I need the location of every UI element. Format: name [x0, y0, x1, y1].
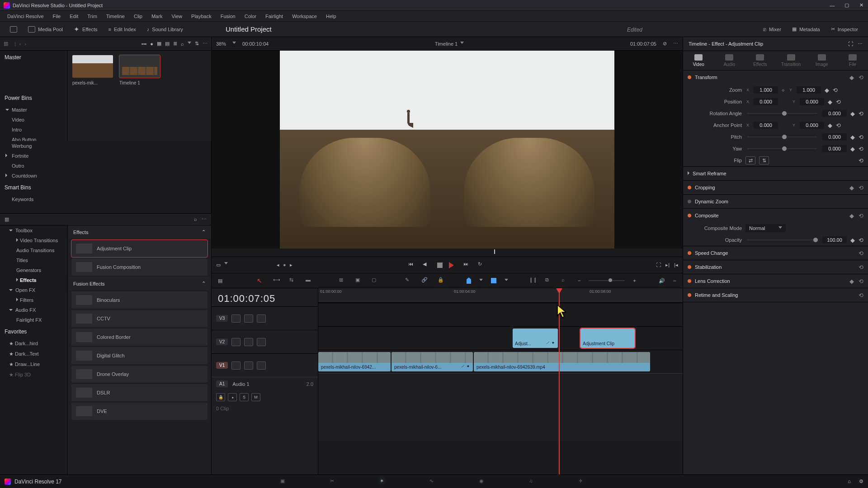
anchor-x-value[interactable]: 0.000 [754, 122, 778, 129]
edit-index-toggle[interactable]: ≡Edit Index [103, 27, 141, 32]
menu-item[interactable]: View [167, 14, 187, 19]
opacity-value[interactable]: 100.00 [822, 236, 847, 244]
blade-tool[interactable]: ▬ [306, 277, 314, 284]
loop-button[interactable]: ↻ [478, 261, 486, 269]
section-stabilization[interactable]: Stabilization [695, 264, 722, 270]
section-dynamic-zoom[interactable]: Dynamic Zoom [695, 199, 728, 204]
trim-tool[interactable]: ⟷ [273, 277, 281, 284]
bin-view-icon[interactable]: ▥ [4, 41, 11, 47]
flip-h-button[interactable]: ⇄ [745, 156, 755, 164]
reset-icon[interactable]: ⟲ [859, 74, 863, 81]
nav-fwd[interactable]: › [25, 41, 27, 47]
fx-tree-openfx[interactable]: Open FX [0, 285, 67, 295]
keyframe-icon[interactable]: ◆ [850, 110, 855, 117]
timeline-view-options[interactable]: ▤ [218, 278, 222, 284]
menu-item[interactable]: Timeline [102, 14, 129, 19]
pitch-slider[interactable] [747, 136, 817, 137]
fx-item[interactable]: DSLR [71, 384, 208, 401]
keyframe-icon[interactable]: ◆ [850, 134, 855, 141]
bin-item[interactable]: Outro [0, 161, 211, 171]
fx-fav-item[interactable]: ★ Draw...Line [0, 359, 67, 370]
viewer-zoom[interactable]: 38% [216, 41, 226, 47]
reset-icon[interactable]: ⟲ [836, 122, 841, 129]
keyframe-icon[interactable]: ◆ [825, 87, 829, 94]
track-disable[interactable] [257, 338, 266, 346]
fx-panel-icon[interactable]: ▥ [5, 216, 9, 222]
rotation-value[interactable]: 0.000 [822, 110, 847, 117]
yaw-value[interactable]: 0.000 [822, 145, 847, 152]
rotation-slider[interactable] [747, 113, 817, 114]
more-icon[interactable]: ⋯ [202, 216, 207, 222]
more-icon[interactable]: ⋯ [203, 41, 208, 47]
deliver-page-button[interactable]: ✈ [579, 478, 588, 485]
track-v1-row[interactable]: pexels-mikhail-nilov-6942... pexels-mikh… [318, 350, 683, 373]
thumb-view-icon[interactable]: ▦ [157, 41, 161, 47]
home-button[interactable]: ⌂ [848, 479, 851, 484]
section-retime[interactable]: Retime and Scaling [695, 292, 738, 298]
bypass-icon[interactable]: ⊘ [663, 41, 667, 47]
fx-tree-item[interactable]: Titles [0, 255, 67, 265]
tab-video[interactable]: Video [686, 54, 711, 67]
replace-clip-icon[interactable]: ▢ [372, 277, 380, 284]
anchor-y-value[interactable]: 0.000 [800, 122, 824, 129]
reset-icon[interactable]: ⟲ [859, 145, 863, 152]
search-icon[interactable]: ⌕ [181, 41, 184, 47]
fx-tree-toolbox[interactable]: Toolbox [0, 225, 67, 235]
flag-marker[interactable] [467, 277, 471, 284]
section-composite[interactable]: Composite [695, 213, 719, 218]
cut-page-button[interactable]: ✂ [330, 478, 339, 485]
selection-tool[interactable]: ↖ [257, 277, 265, 284]
menu-item[interactable]: Color [240, 14, 261, 19]
menu-item[interactable]: Trim [83, 14, 102, 19]
fx-tree-item[interactable]: Effects [0, 275, 67, 285]
fx-fav-item[interactable]: ★ Dark...Text [0, 349, 67, 359]
fx-item[interactable]: Binoculars [71, 291, 208, 309]
timeline-thumb[interactable]: Timeline 1 [119, 55, 160, 136]
link-icon[interactable]: 🔗 [421, 277, 429, 284]
insert-clip-icon[interactable]: ⊞ [339, 277, 347, 284]
lock-icon[interactable]: 🔒 [438, 277, 446, 284]
bin-item[interactable]: Video [0, 115, 67, 125]
more-icon[interactable]: ⋯ [673, 41, 678, 47]
clip-color-marker[interactable] [491, 278, 496, 283]
menu-item[interactable]: DaVinci Resolve [3, 14, 48, 19]
media-clip-thumb[interactable]: pexels-mik... [72, 55, 113, 136]
track-v2-row[interactable]: Adjust... ⟋ ◆ Adjustment Clip [318, 326, 683, 350]
prev-edit-icon[interactable]: ◂ [277, 262, 279, 268]
overwrite-clip-icon[interactable]: ▣ [355, 277, 363, 284]
track-v3-selector[interactable]: V3 [216, 315, 228, 322]
inspector-toggle[interactable]: ✂Inspector [826, 26, 863, 32]
track-a1-selector[interactable]: A1 [216, 380, 228, 387]
bin-item[interactable]: Keywords [0, 194, 211, 204]
master-bin[interactable]: Master [0, 51, 67, 64]
menu-item[interactable]: File [48, 14, 66, 19]
collapse-icon[interactable]: ⌃ [202, 281, 206, 286]
timeline-ruler[interactable]: 01:00:00:00 01:00:04:00 01:00:08:00 [318, 288, 683, 303]
track-disable[interactable] [257, 314, 266, 323]
tile-view-icon[interactable]: ▤ [165, 41, 170, 47]
section-cropping[interactable]: Cropping [695, 185, 715, 190]
pitch-value[interactable]: 0.000 [822, 133, 847, 141]
yaw-slider[interactable] [747, 148, 817, 149]
linked-selection-icon[interactable]: ⧉ [545, 277, 553, 284]
section-lens-correction[interactable]: Lens Correction [695, 278, 730, 284]
bin-item[interactable]: Fortnite [0, 151, 211, 161]
fx-tree-item[interactable]: Fairlight FX [0, 315, 67, 325]
section-smart-reframe[interactable]: Smart Reframe [693, 171, 726, 176]
zoom-search-icon[interactable]: ⌕ [561, 277, 570, 284]
track-auto-select[interactable] [244, 314, 253, 323]
search-icon[interactable]: ⌕ [194, 216, 197, 222]
next-frame-button[interactable]: ⏭ [463, 261, 472, 269]
jog-bar-position[interactable] [494, 249, 495, 254]
sort-icon[interactable]: ⇅ [195, 41, 199, 47]
mixer-toggle[interactable]: ⎚Mixer [758, 26, 787, 32]
bin-item[interactable]: Werbung [0, 141, 211, 151]
edit-page-button[interactable]: ✶ [380, 478, 389, 485]
menu-item[interactable]: Playback [187, 14, 216, 19]
fusion-page-button[interactable]: ∿ [429, 478, 439, 485]
fx-item[interactable]: DVE [71, 403, 208, 420]
section-transform[interactable]: Transform [695, 75, 717, 80]
expand-icon[interactable]: ⛶ [848, 41, 853, 47]
track-lock[interactable] [231, 338, 241, 346]
track-lock[interactable] [231, 314, 241, 323]
